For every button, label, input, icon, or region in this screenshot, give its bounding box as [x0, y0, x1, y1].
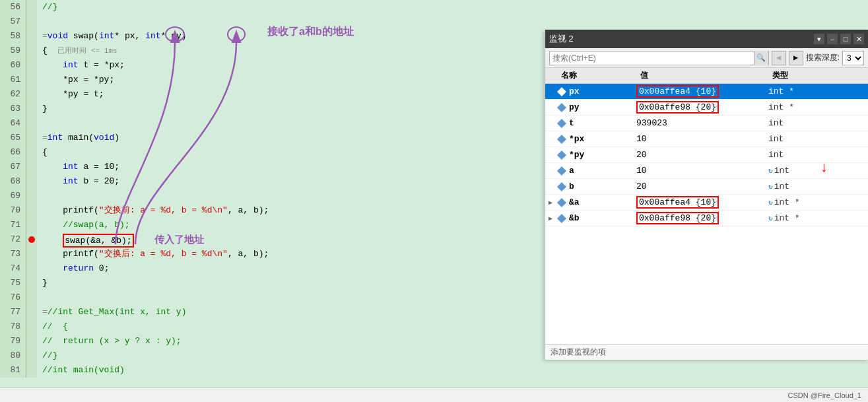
red-arrow-down: ↓ [820, 160, 828, 176]
watch-titlebar: 监视 2 ▾ – □ ✕ [545, 30, 868, 48]
line-num-78: 78 [0, 319, 26, 334]
watch-row-px[interactable]: px 0x00affea4 {10} int * [545, 84, 868, 100]
row-value-b: 20 [634, 182, 766, 191]
main-container: 56 //} 57 58 =void swap(int* px, int* py… [0, 0, 868, 387]
line-marker-68 [26, 174, 37, 189]
line-content-57 [37, 15, 868, 29]
line-num-61: 61 [0, 73, 26, 87]
row-expander-addr-a: ▶ [545, 199, 556, 207]
depth-select[interactable]: 3 1 2 4 5 [842, 51, 864, 65]
watch-dropdown-btn[interactable]: ▾ [814, 34, 824, 44]
watch-minimize-btn[interactable]: – [827, 34, 838, 44]
line-marker-64 [26, 116, 37, 131]
line-marker-72 [26, 232, 37, 247]
watch-row-b[interactable]: b 20 ↻ int [545, 179, 868, 195]
line-num-77: 77 [0, 305, 26, 319]
line-num-63: 63 [0, 102, 26, 116]
refresh-icon-addr-a: ↻ [768, 198, 773, 207]
refresh-icon-addr-b: ↻ [768, 214, 773, 222]
line-marker-70 [26, 203, 37, 218]
code-line-81: 81 //int main(void) [0, 363, 868, 378]
line-marker-67 [26, 160, 37, 174]
search-input[interactable] [550, 53, 754, 63]
line-marker-56 [26, 0, 37, 15]
line-num-76: 76 [0, 290, 26, 305]
line-marker-79 [26, 334, 37, 349]
line-marker-80 [26, 349, 37, 363]
line-num-60: 60 [0, 58, 26, 73]
line-marker-65 [26, 131, 37, 145]
line-num-66: 66 [0, 145, 26, 160]
watch-row-t[interactable]: t 939023 int [545, 116, 868, 131]
line-num-56: 56 [0, 0, 26, 15]
row-name-deref-py: *py [568, 150, 634, 160]
row-name-addr-b: &b [568, 213, 634, 223]
watch-close-btn[interactable]: ✕ [853, 34, 864, 44]
watch-row-py[interactable]: py 0x00affe98 {20} int * [545, 100, 868, 116]
code-line-57: 57 [0, 15, 868, 29]
row-name-py: py [568, 102, 634, 112]
line-num-71: 71 [0, 218, 26, 232]
row-type-py: int * [766, 102, 868, 112]
row-value-px: 0x00affea4 {10} [634, 85, 766, 98]
nav-forward-btn[interactable]: ▶ [789, 51, 803, 65]
row-value-deref-py: 20 [634, 150, 766, 160]
line-num-59: 59 [0, 44, 26, 58]
breakpoint-indicator [28, 236, 35, 243]
row-name-b: b [568, 182, 634, 191]
watch-panel: 监视 2 ▾ – □ ✕ 🔍 ◀ ▶ 搜索深度: 3 1 2 4 5 [545, 30, 868, 360]
line-num-79: 79 [0, 334, 26, 349]
watch-toolbar: 🔍 ◀ ▶ 搜索深度: 3 1 2 4 5 [545, 48, 868, 68]
line-marker-81 [26, 363, 37, 378]
line-marker-60 [26, 58, 37, 73]
watch-row-a[interactable]: a 10 ↻ int ↓ [545, 163, 868, 179]
watch-row-deref-px[interactable]: *px 10 int [545, 131, 868, 147]
line-marker-63 [26, 102, 37, 116]
line-num-80: 80 [0, 349, 26, 363]
col-header-value: 值 [638, 70, 770, 81]
code-line-56: 56 //} [0, 0, 868, 15]
nav-back-btn[interactable]: ◀ [772, 51, 786, 65]
line-num-64: 64 [0, 116, 26, 131]
line-num-70: 70 [0, 203, 26, 218]
watch-columns: 名称 值 类型 [545, 68, 868, 84]
line-marker-58 [26, 29, 37, 44]
line-marker-59 [26, 44, 37, 58]
watch-row-addr-a[interactable]: ▶ &a 0x00affea4 {10} ↻ int * [545, 195, 868, 211]
row-type-a: ↻ int [766, 166, 868, 176]
watch-title: 监视 2 [549, 33, 814, 45]
line-marker-76 [26, 290, 37, 305]
line-num-72: 72 [0, 232, 26, 247]
row-icon-b [556, 184, 568, 190]
row-value-boxed-addr-b: 0x00affe98 {20} [636, 212, 719, 224]
line-num-58: 58 [0, 29, 26, 44]
row-value-boxed-addr-a: 0x00affea4 {10} [636, 196, 719, 209]
line-marker-75 [26, 276, 37, 290]
watch-row-addr-b[interactable]: ▶ &b 0x00affe98 {20} ↻ int * [545, 211, 868, 226]
line-marker-66 [26, 145, 37, 160]
row-value-addr-b: 0x00affe98 {20} [634, 212, 766, 224]
line-num-74: 74 [0, 261, 26, 276]
watch-title-buttons: ▾ – □ ✕ [814, 34, 864, 44]
watch-rows: px 0x00affea4 {10} int * py 0x00affe98 {… [545, 84, 868, 344]
line-marker-74 [26, 261, 37, 276]
line-num-62: 62 [0, 87, 26, 102]
row-type-t: int [766, 118, 868, 128]
row-type-b: ↻ int [766, 182, 868, 191]
line-marker-62 [26, 87, 37, 102]
line-marker-77 [26, 305, 37, 319]
add-item-label: 添加要监视的项 [551, 347, 606, 358]
row-icon-t [556, 120, 568, 127]
row-icon-py [556, 104, 568, 111]
row-type-px: int * [766, 86, 868, 96]
watch-add-item[interactable]: 添加要监视的项 [545, 344, 868, 360]
line-content-56: //} [37, 0, 868, 15]
line-num-68: 68 [0, 174, 26, 189]
watch-maximize-btn[interactable]: □ [840, 34, 851, 44]
row-value-a: 10 [634, 166, 766, 176]
row-icon-px [556, 88, 568, 95]
line-num-57: 57 [0, 15, 26, 29]
row-name-px: px [568, 86, 634, 96]
line-num-67: 67 [0, 160, 26, 174]
search-icon-btn[interactable]: 🔍 [754, 51, 768, 65]
